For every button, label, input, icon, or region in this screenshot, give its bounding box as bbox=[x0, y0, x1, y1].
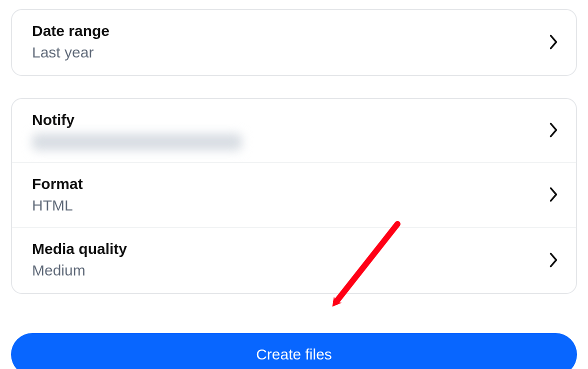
date-range-title: Date range bbox=[32, 21, 110, 40]
notify-value-redacted bbox=[32, 134, 242, 150]
row-format-labels: Format HTML bbox=[32, 174, 83, 216]
row-media-quality[interactable]: Media quality Medium bbox=[12, 228, 576, 293]
media-quality-title: Media quality bbox=[32, 239, 127, 258]
chevron-right-icon bbox=[548, 251, 559, 269]
settings-card-2: Notify Format HTML Media quality Medium bbox=[11, 98, 577, 294]
row-date-range[interactable]: Date range Last year bbox=[12, 10, 576, 75]
row-media-quality-labels: Media quality Medium bbox=[32, 239, 127, 281]
date-range-value: Last year bbox=[32, 42, 110, 63]
row-format[interactable]: Format HTML bbox=[12, 162, 576, 228]
row-notify[interactable]: Notify bbox=[12, 99, 576, 162]
format-title: Format bbox=[32, 174, 83, 194]
format-value: HTML bbox=[32, 196, 83, 216]
media-quality-value: Medium bbox=[32, 260, 127, 281]
chevron-right-icon bbox=[548, 121, 559, 139]
row-notify-labels: Notify bbox=[32, 110, 242, 150]
create-files-button[interactable]: Create files bbox=[11, 333, 577, 370]
chevron-right-icon bbox=[548, 186, 559, 204]
row-date-range-labels: Date range Last year bbox=[32, 21, 110, 63]
settings-card-1: Date range Last year bbox=[11, 9, 577, 76]
notify-title: Notify bbox=[32, 110, 242, 130]
chevron-right-icon bbox=[548, 33, 559, 51]
